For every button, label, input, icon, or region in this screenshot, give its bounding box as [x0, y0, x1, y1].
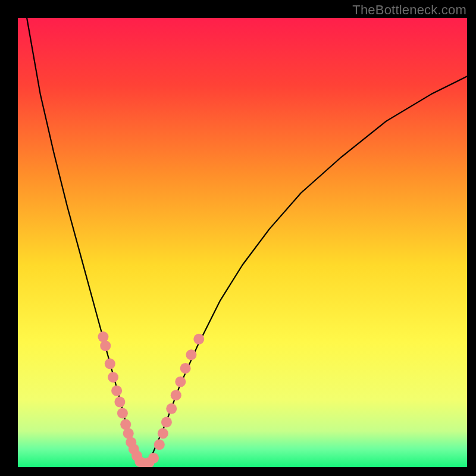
data-marker — [148, 453, 159, 464]
data-marker — [111, 386, 122, 396]
data-marker — [180, 363, 191, 374]
chart-frame: TheBottleneck.com — [0, 0, 476, 476]
curve-right-branch — [143, 76, 467, 467]
data-marker — [158, 428, 168, 439]
data-marker — [154, 439, 165, 450]
data-marker — [161, 417, 172, 428]
data-marker — [100, 340, 111, 351]
data-marker — [186, 349, 196, 360]
data-marker — [108, 372, 118, 383]
data-marker — [98, 331, 108, 342]
watermark-text: TheBottleneck.com — [352, 2, 466, 18]
data-marker — [193, 334, 204, 345]
curve-left-branch — [27, 18, 143, 467]
data-marker — [166, 403, 177, 414]
data-marker — [171, 390, 181, 400]
plot-area — [18, 18, 467, 467]
data-marker — [105, 358, 115, 369]
data-marker — [175, 377, 186, 387]
data-marker — [114, 397, 125, 408]
curve-layer — [18, 18, 467, 467]
data-marker — [117, 408, 128, 418]
